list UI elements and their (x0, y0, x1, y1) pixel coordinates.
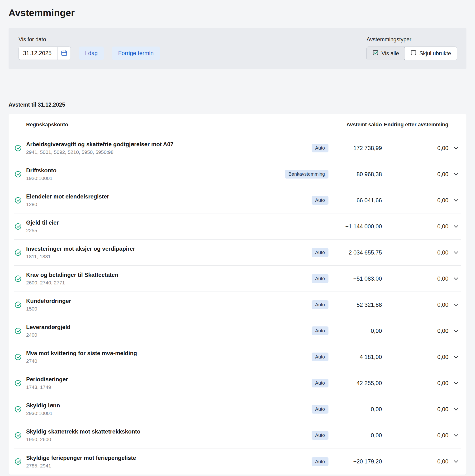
table-row[interactable]: Mva mot kvittering for siste mva-melding… (14, 344, 461, 370)
table-row[interactable]: Eiendeler mot eiendelsregister 1280 Auto… (14, 187, 461, 213)
table-row[interactable]: Driftskonto 1920:10001 Bankavstemming 80… (14, 161, 461, 187)
check-circle-icon (14, 406, 22, 413)
reconciliations-page: Avstemminger Vis for dato (0, 0, 475, 476)
reconciliation-type-badge: Auto (312, 457, 329, 466)
account-title: Gjeld til eier (26, 219, 324, 226)
check-circle-icon (14, 170, 22, 178)
check-circle-icon (14, 275, 22, 283)
account-title: Eiendeler mot eiendelsregister (26, 193, 307, 200)
change-after-reconciliation: 0,00 (382, 223, 448, 230)
change-after-reconciliation: 0,00 (382, 275, 448, 282)
change-after-reconciliation: 0,00 (382, 406, 448, 413)
change-after-reconciliation: 0,00 (382, 197, 448, 204)
table-row[interactable]: Krav og betalinger til Skatteetaten 2600… (14, 266, 461, 292)
account-numbers: 1811, 1831 (26, 254, 307, 259)
table-row[interactable]: Skyldig skattetrekk mot skattetrekkskont… (14, 422, 461, 448)
table-header-row: Regnskapskonto Avstemt saldo Endring ett… (14, 114, 461, 135)
account-numbers: 1920:10001 (26, 175, 280, 181)
chevron-down-icon[interactable] (451, 143, 461, 153)
header-change-after-reconciliation: Endring etter avstemming (382, 121, 448, 128)
account-title: Driftskonto (26, 167, 280, 174)
account-text: Krav og betalinger til Skatteetaten 2600… (26, 272, 312, 286)
table-row[interactable]: Arbeidsgiveravgift og skattefrie godtgjø… (14, 135, 461, 161)
check-circle-icon (14, 197, 22, 204)
reconciled-balance: 0,00 (329, 406, 382, 413)
chevron-down-icon[interactable] (451, 222, 461, 231)
account-title: Krav og betalinger til Skatteetaten (26, 272, 307, 278)
account-title: Periodiseringer (26, 376, 307, 383)
check-circle-icon (14, 379, 22, 387)
table-row[interactable]: Investeringer mot aksjer og verdipapirer… (14, 239, 461, 266)
check-circle-icon (14, 327, 22, 335)
reconciled-balance: −4 181,00 (329, 354, 382, 360)
account-numbers: 1950, 2600 (26, 437, 307, 442)
reconciliation-types-toggle: Vis alle Skjul ubrukte (367, 47, 457, 60)
date-filter-label: Vis for dato (18, 36, 160, 43)
header-reconciled-balance: Avstemt saldo (329, 121, 382, 128)
account-title: Leverandørgjeld (26, 324, 307, 330)
account-text: Eiendeler mot eiendelsregister 1280 (26, 193, 312, 207)
reconciled-balance: 52 321,88 (329, 302, 382, 308)
account-numbers: 1743, 1749 (26, 384, 307, 390)
account-numbers: 2930:10001 (26, 410, 307, 416)
change-after-reconciliation: 0,00 (382, 328, 448, 334)
chevron-down-icon[interactable] (451, 352, 461, 362)
date-input[interactable] (19, 47, 57, 60)
account-text: Periodiseringer 1743, 1749 (26, 376, 312, 390)
account-numbers: 2785, 2941 (26, 463, 307, 469)
reconciled-balance: 42 255,00 (329, 380, 382, 387)
date-control (18, 47, 71, 60)
check-circle-icon (14, 223, 22, 230)
show-all-toggle[interactable]: Vis alle (367, 47, 405, 60)
change-after-reconciliation: 0,00 (382, 249, 448, 256)
reconciled-balance: 0,00 (329, 432, 382, 439)
check-circle-icon (14, 353, 22, 361)
filter-panel: Vis for dato (9, 28, 466, 69)
today-button[interactable]: I dag (79, 47, 104, 60)
chevron-down-icon[interactable] (451, 170, 461, 179)
reconciliation-type-badge: Auto (312, 353, 329, 361)
chevron-down-icon[interactable] (451, 248, 461, 257)
chevron-down-icon[interactable] (451, 326, 461, 336)
table-row[interactable]: Skyldige feriepenger mot feriepengeliste… (14, 448, 461, 475)
reconciled-balance: −1 144 000,00 (329, 223, 382, 230)
chevron-down-icon[interactable] (451, 405, 461, 414)
account-numbers: 2600, 2740, 2771 (26, 280, 307, 286)
account-text: Skyldig lønn 2930:10001 (26, 402, 312, 416)
account-title: Arbeidsgiveravgift og skattefrie godtgjø… (26, 141, 307, 148)
account-text: Kundefordringer 1500 (26, 298, 312, 312)
account-title: Skyldig skattetrekk mot skattetrekkskont… (26, 428, 307, 435)
account-text: Arbeidsgiveravgift og skattefrie godtgjø… (26, 141, 312, 155)
hide-unused-toggle[interactable]: Skjul ubrukte (405, 47, 457, 60)
reconciliation-type-badge: Auto (312, 326, 329, 335)
previous-term-button[interactable]: Forrige termin (112, 47, 159, 60)
chevron-down-icon[interactable] (451, 457, 461, 466)
chevron-down-icon[interactable] (451, 300, 461, 310)
account-numbers: 1280 (26, 202, 307, 207)
chevron-down-icon[interactable] (451, 274, 461, 284)
table-row[interactable]: Periodiseringer 1743, 1749 Auto 42 255,0… (14, 370, 461, 396)
page-title: Avstemminger (9, 8, 466, 18)
change-after-reconciliation: 0,00 (382, 354, 448, 360)
table-row[interactable]: Kundefordringer 1500 Auto 52 321,88 0,00 (14, 292, 461, 318)
calendar-button[interactable] (57, 47, 70, 60)
table-row[interactable]: Leverandørgjeld 2400 Auto 0,00 0,00 (14, 318, 461, 344)
account-text: Skyldige feriepenger mot feriepengeliste… (26, 455, 312, 469)
table-row[interactable]: Gjeld til eier 2255 −1 144 000,00 0,00 (14, 213, 461, 239)
reconciliation-type-badge: Auto (312, 379, 329, 388)
table-body: Arbeidsgiveravgift og skattefrie godtgjø… (14, 135, 461, 475)
table-row[interactable]: Skyldig lønn 2930:10001 Auto 0,00 0,00 (14, 396, 461, 422)
reconciliation-type-badge: Auto (312, 405, 329, 414)
account-text: Leverandørgjeld 2400 (26, 324, 312, 338)
chevron-down-icon[interactable] (451, 431, 461, 440)
change-after-reconciliation: 0,00 (382, 458, 448, 465)
change-after-reconciliation: 0,00 (382, 171, 448, 178)
reconciliation-type-badge: Auto (312, 274, 329, 283)
date-filter-group: Vis for dato (18, 36, 160, 60)
chevron-down-icon[interactable] (451, 196, 461, 205)
account-numbers: 2400 (26, 332, 307, 338)
chevron-down-icon[interactable] (451, 378, 461, 388)
account-title: Skyldig lønn (26, 402, 307, 409)
reconciliation-types-group: Avstemmingstyper Vis alle (367, 36, 457, 60)
account-text: Skyldig skattetrekk mot skattetrekkskont… (26, 428, 312, 442)
